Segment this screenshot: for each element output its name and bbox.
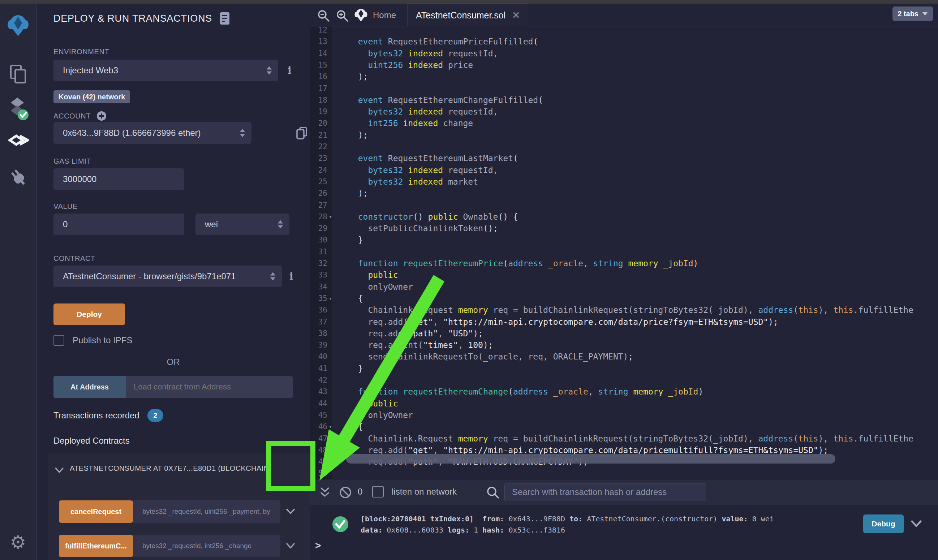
code-line: 20 int256 indexed change xyxy=(310,117,938,129)
transactions-recorded-label: Transactions recorded xyxy=(54,411,140,420)
code-line: 24 bytes32 indexed requestId, xyxy=(310,165,938,176)
fulfillethereumchange-params-input[interactable]: bytes32 _requestId, int256 _change xyxy=(133,535,280,557)
code-line: 23 event RequestEthereumLastMarket( xyxy=(310,152,938,165)
line-number: 43 xyxy=(310,386,328,398)
terminal-search-input[interactable] xyxy=(504,483,706,501)
line-number: 37 xyxy=(310,316,328,328)
tabs-count-dropdown[interactable]: 2 tabs xyxy=(892,6,933,21)
zoom-in-icon[interactable] xyxy=(336,9,349,22)
debug-button[interactable]: Debug xyxy=(863,514,904,533)
cancelrequest-expand-chevron-icon[interactable] xyxy=(286,508,295,515)
or-divider: OR xyxy=(37,357,310,367)
search-icon xyxy=(486,486,499,499)
publish-ipfs-checkbox[interactable] xyxy=(54,335,64,346)
line-number: 39 xyxy=(310,339,328,351)
line-number: 14 xyxy=(310,48,328,60)
environment-info-icon[interactable]: i xyxy=(288,64,292,76)
deploy-run-panel: DEPLOY & RUN TRANSACTIONS ENVIRONMENT In… xyxy=(37,4,311,560)
line-number: 36 xyxy=(310,304,328,316)
log-expand-chevron-icon[interactable] xyxy=(910,520,922,528)
environment-select[interactable]: Injected Web3 xyxy=(54,60,278,81)
plugin-manager-icon[interactable] xyxy=(0,167,36,189)
at-address-button[interactable]: At Address xyxy=(54,376,126,398)
code-line: 12 xyxy=(310,26,938,36)
code-line: 36 Chainlink.Request memory req = buildC… xyxy=(310,304,938,316)
deployed-contracts-label: Deployed Contracts xyxy=(54,436,130,446)
remix-logo[interactable] xyxy=(0,14,36,39)
contract-info-icon[interactable]: i xyxy=(289,270,294,282)
line-number: 21 xyxy=(310,129,328,141)
tx-success-check-icon xyxy=(332,515,349,533)
account-select[interactable]: 0x643...9F88D (1.666673996 ether) xyxy=(54,122,252,144)
value-unit-select[interactable]: wei xyxy=(195,214,289,235)
terminal-expand-chevrons-icon[interactable] xyxy=(320,487,330,498)
tab-close-icon[interactable]: ✕ xyxy=(512,10,520,21)
tab-home[interactable]: Home xyxy=(354,8,396,22)
line-number: 48 xyxy=(310,445,328,456)
listen-on-network-label: listen on network xyxy=(392,487,457,497)
clear-console-icon[interactable] xyxy=(339,486,352,499)
instance-chevron-down-icon[interactable] xyxy=(55,467,64,474)
select-stepper-icon xyxy=(267,66,272,75)
code-line: 46▾ { xyxy=(310,421,938,433)
instance-title[interactable]: ATESTNETCONSUMER AT 0X7E7...E80D1 (BLOCK… xyxy=(70,464,286,472)
remix-home-icon xyxy=(354,8,368,22)
gas-limit-input[interactable]: 3000000 xyxy=(54,168,184,190)
tx-log-entry[interactable]: [block:20780401 txIndex:0] from: 0x643..… xyxy=(361,513,774,536)
line-number: 40 xyxy=(310,351,328,363)
fulfillethereumchange-button[interactable]: fulfillEthereumC... xyxy=(59,535,133,557)
line-number: 20 xyxy=(310,117,328,129)
deploy-and-run-icon[interactable] xyxy=(0,134,36,155)
add-account-icon[interactable] xyxy=(97,111,106,121)
tab-atestnetconsumer[interactable]: ATestnetConsumer.sol ✕ xyxy=(407,4,528,26)
code-line: 29 setPublicChainlinkToken(); xyxy=(310,223,938,234)
code-line: 19 bytes32 indexed requestId, xyxy=(310,106,938,118)
terminal-log: [block:20780401 txIndex:0] from: 0x643..… xyxy=(310,505,938,560)
tab-home-label: Home xyxy=(373,10,396,20)
code-line: 39 req.addInt("times", 100); xyxy=(310,339,938,351)
line-number: 41 xyxy=(310,363,328,375)
line-number: 27 xyxy=(310,199,328,211)
horizontal-scrollbar[interactable] xyxy=(346,454,835,463)
select-stepper-icon xyxy=(278,220,283,229)
window-top-edge xyxy=(0,0,938,4)
line-number: 33 xyxy=(310,269,328,281)
line-number: 19 xyxy=(310,106,328,118)
publish-ipfs-label: Publish to IPFS xyxy=(72,335,132,345)
line-number: 32 xyxy=(310,258,328,269)
code-line: 15 uint256 indexed price xyxy=(310,59,938,71)
code-line: 44 public xyxy=(310,398,938,410)
pending-tx-count: 0 xyxy=(358,487,362,497)
fold-marker-icon[interactable]: ▾ xyxy=(329,211,332,223)
line-number: 34 xyxy=(310,281,328,293)
value-input[interactable]: 0 xyxy=(54,214,184,235)
code-line: 42 xyxy=(310,374,938,386)
code-line: 31 xyxy=(310,246,938,258)
line-number: 46 xyxy=(310,421,328,433)
code-line: 14 bytes32 indexed requestId, xyxy=(310,48,938,60)
line-number: 25 xyxy=(310,176,328,188)
copy-account-icon[interactable] xyxy=(296,126,308,140)
contract-select[interactable]: ATestnetConsumer - browser/gists/9b71e07… xyxy=(54,266,282,287)
line-number: 12 xyxy=(310,26,328,36)
listen-on-network-checkbox[interactable] xyxy=(372,486,384,497)
line-number: 26 xyxy=(310,188,328,199)
solidity-compiler-icon[interactable] xyxy=(0,97,36,123)
deploy-button[interactable]: Deploy xyxy=(54,303,125,325)
terminal-prompt[interactable]: > xyxy=(315,539,321,551)
fold-marker-icon[interactable]: ▾ xyxy=(329,293,332,305)
zoom-out-icon[interactable] xyxy=(317,9,330,22)
file-explorer-icon[interactable] xyxy=(0,63,36,86)
cancelrequest-params-input[interactable]: bytes32 _requestId, uint256 _payment, by xyxy=(133,500,280,523)
at-address-input[interactable] xyxy=(126,376,293,398)
transactions-count-badge: 2 xyxy=(148,409,163,422)
code-editor[interactable]: 1213 event RequestEthereumPriceFulfilled… xyxy=(310,26,938,479)
fold-marker-icon[interactable]: ▾ xyxy=(329,421,332,433)
document-icon[interactable] xyxy=(219,12,230,25)
settings-gear-icon[interactable]: ⚙ xyxy=(0,532,36,553)
code-line: 16 ); xyxy=(310,71,938,83)
fulfillethereumchange-expand-chevron-icon[interactable] xyxy=(286,543,295,549)
code-line: 27 xyxy=(310,199,938,211)
cancelrequest-button[interactable]: cancelRequest xyxy=(59,500,133,523)
deployed-contract-card: ATESTNETCONSUMER AT 0X7E7...E80D1 (BLOCK… xyxy=(48,454,310,560)
